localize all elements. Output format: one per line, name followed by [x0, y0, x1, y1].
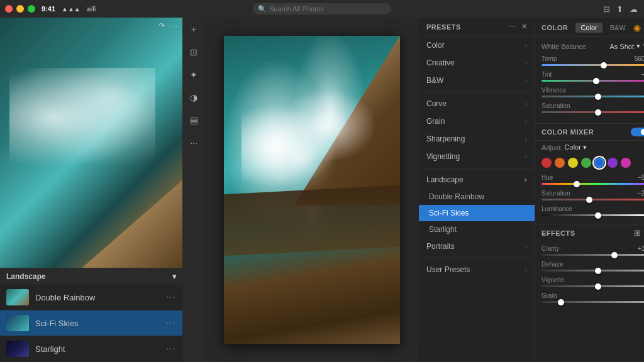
saturation-track[interactable] [541, 111, 644, 113]
preset-group-label[interactable]: Landscape ▾ [0, 268, 182, 285]
vignette-track[interactable] [541, 285, 644, 287]
color-circle-purple[interactable] [608, 158, 618, 168]
redo-icon[interactable]: ↷ [158, 21, 165, 30]
list-item[interactable]: Sci-Fi Skies ··· [0, 310, 182, 336]
hue-track[interactable] [541, 183, 644, 185]
preset-sub-double-rainbow[interactable]: Double Rainbow [419, 189, 535, 205]
heal-icon[interactable]: ✦ [187, 68, 201, 82]
hue-label-row: Hue −52 [541, 174, 644, 181]
saturation-thumb[interactable] [595, 109, 601, 116]
lum-track[interactable] [541, 214, 644, 216]
share-icon[interactable]: ⬆ [616, 4, 623, 14]
preset-dots[interactable]: ··· [166, 343, 176, 354]
preset-dots[interactable]: ··· [166, 292, 176, 303]
maximize-button[interactable] [28, 5, 35, 13]
preset-category-vignetting[interactable]: Vignetting › [419, 148, 535, 165]
grain-thumb[interactable] [558, 299, 564, 305]
hue-label: Hue [541, 174, 553, 181]
list-item[interactable]: Starlight ··· [0, 336, 182, 362]
list-item[interactable]: Double Rainbow ··· [0, 285, 182, 310]
add-icon[interactable]: ＋ [187, 23, 201, 36]
mask-icon[interactable]: ◑ [187, 90, 201, 104]
color-mixer-header: COLOR MIXER [535, 123, 644, 141]
preset-group-user[interactable]: User Presets › [419, 261, 535, 278]
hue-thumb[interactable] [574, 181, 580, 187]
chevron-right-icon: › [525, 42, 527, 49]
color-circle-green[interactable] [581, 158, 591, 168]
preset-sub-label: Sci-Fi Skies [429, 209, 469, 217]
crop-icon[interactable]: ⊡ [187, 45, 201, 59]
chevron-right-icon: › [525, 118, 527, 125]
filter-icon[interactable]: ⊟ [603, 4, 610, 14]
wb-value[interactable]: As Shot ▾ ✎ [609, 42, 644, 50]
category-label: Sharpening [426, 134, 465, 143]
presets-panel: PRESETS ··· ✕ Color › Creative › B&W › C… [419, 18, 535, 362]
grain-label-row: Grain 0 [541, 292, 644, 299]
preset-category-bw[interactable]: B&W › [419, 72, 535, 89]
preset-sub-starlight[interactable]: Starlight [419, 221, 535, 238]
more-tools-icon[interactable]: ··· [187, 136, 201, 150]
color-circle-yellow[interactable] [568, 158, 578, 168]
left-panel: ↷ ··· Landscape ▾ Double Rainbow ··· Sci… [0, 18, 182, 362]
preset-category-creative[interactable]: Creative › [419, 54, 535, 72]
color-section: White Balance As Shot ▾ ✎ Temp 5600 [535, 37, 644, 123]
temp-track[interactable] [541, 64, 644, 66]
cloud-icon[interactable]: ☁ [630, 4, 638, 14]
color-circle-orange[interactable] [555, 158, 565, 168]
adjust-label: Adjust [541, 144, 561, 151]
preset-sub-label: Double Rainbow [429, 192, 484, 201]
effects-icon[interactable]: ⊞ [634, 228, 641, 238]
dehaze-thumb[interactable] [595, 268, 601, 274]
category-label: Curve [426, 99, 447, 108]
saturation-label: Saturation [541, 102, 570, 109]
clarity-thumb[interactable] [611, 252, 618, 258]
lum-thumb[interactable] [595, 212, 601, 219]
dehaze-track[interactable] [541, 270, 644, 272]
vibrance-track[interactable] [541, 96, 644, 97]
preset-group-portraits[interactable]: Portraits › [419, 238, 535, 255]
mixer-sat-label-row: Saturation −20 [541, 190, 644, 197]
tint-track[interactable] [541, 80, 644, 82]
search-bar[interactable]: 🔍 Search All Photos [253, 3, 391, 14]
vignette-thumb[interactable] [595, 283, 601, 290]
presets-icon[interactable]: ▤ [187, 113, 201, 127]
mixer-sat-track[interactable] [541, 199, 644, 200]
chevron-right-icon: › [525, 60, 527, 67]
close-button[interactable] [5, 5, 13, 13]
grain-label: Grain [541, 292, 557, 299]
color-circle-red[interactable] [541, 158, 552, 168]
color-wheel-icon[interactable]: ◉ [633, 23, 641, 33]
category-label: B&W [426, 76, 443, 85]
vignette-label-row: Vignette 0 [541, 277, 644, 283]
vibrance-thumb[interactable] [595, 94, 601, 100]
color-circle-blue[interactable] [594, 158, 604, 168]
preset-group-landscape[interactable]: Landscape ▾ [419, 171, 535, 189]
dehaze-slider-row: Dehaze 0 [541, 261, 644, 272]
mixer-sat-thumb[interactable] [586, 197, 592, 203]
preset-sub-scifi-skies[interactable]: Sci-Fi Skies [419, 205, 535, 221]
more-icon[interactable]: ··· [171, 21, 177, 30]
tab-bw[interactable]: B&W [605, 23, 631, 33]
color-mixer-toggle[interactable] [631, 128, 644, 136]
tint-label-row: Tint −3 [541, 71, 644, 78]
minimize-button[interactable] [16, 5, 24, 13]
divider [419, 168, 535, 168]
preset-category-curve[interactable]: Curve › [419, 95, 535, 112]
temp-thumb[interactable] [601, 62, 607, 69]
preset-category-sharpening[interactable]: Sharpening › [419, 130, 535, 148]
presets-dots-icon[interactable]: ··· [509, 23, 516, 31]
main-layout: ↷ ··· Landscape ▾ Double Rainbow ··· Sci… [0, 18, 644, 362]
main-photo-image [224, 36, 400, 344]
preset-category-grain[interactable]: Grain › [419, 112, 535, 130]
adjust-value[interactable]: Color ▾ [565, 143, 587, 151]
preset-category-color[interactable]: Color › [419, 36, 535, 54]
tint-thumb[interactable] [593, 78, 599, 84]
tab-color[interactable]: Color [575, 23, 602, 33]
presets-close-icon[interactable]: ✕ [521, 23, 528, 31]
grain-track[interactable] [541, 301, 644, 303]
clarity-track[interactable] [541, 254, 644, 256]
group-label: Portraits [426, 242, 455, 251]
color-circle-magenta[interactable] [621, 158, 631, 168]
clarity-slider-row: Clarity +30 [541, 245, 644, 256]
preset-dots[interactable]: ··· [166, 317, 176, 329]
